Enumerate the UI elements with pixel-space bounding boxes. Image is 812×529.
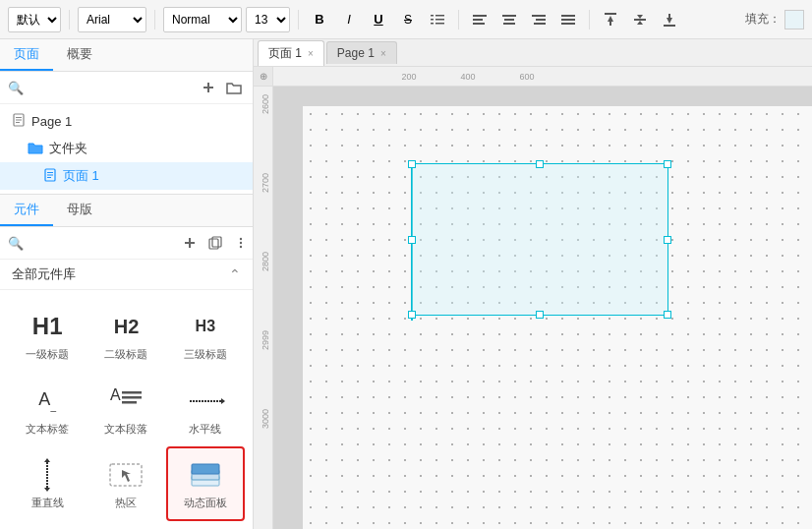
comp-item-h3[interactable]: H3 三级标题 [166,298,245,373]
canvas-scroll[interactable] [273,87,812,529]
comp-label-hline: 水平线 [189,422,221,437]
comp-label-vline: 重直线 [31,496,64,510]
fill-color-picker[interactable] [784,10,804,29]
handle-top-middle[interactable] [536,160,544,168]
svg-rect-21 [634,19,646,21]
handle-top-right[interactable] [664,160,671,168]
comp-copy-button[interactable] [204,232,226,254]
comp-icon-h3: H3 [181,308,230,345]
svg-point-42 [240,242,242,244]
svg-rect-12 [532,15,546,17]
active-page-icon [43,168,57,185]
canvas-tab-page1-active[interactable]: 页面 1 × [258,40,324,66]
ruler-tick-2600: 2600 [260,94,270,114]
svg-marker-23 [637,21,643,25]
svg-marker-49 [221,398,225,404]
comp-label-hotspot: 热区 [115,496,137,510]
comp-search-icon: 🔍 [8,236,24,251]
comp-search-bar: 🔍 [0,227,253,260]
comp-icon-dynamic-panel [181,456,230,494]
svg-rect-14 [534,23,546,25]
comp-item-text-para[interactable]: A 文本段落 [87,373,165,447]
tab-elements[interactable]: 元件 [0,195,53,226]
list-button[interactable] [425,7,450,32]
comp-item-h2[interactable]: H2 二级标题 [87,298,165,373]
strikethrough-button[interactable]: S [395,7,421,32]
svg-rect-47 [122,401,137,404]
comp-search-actions [179,232,252,254]
canvas-ruler-area: ⊕ 2600 2700 2800 2999 3 [254,67,812,529]
folder-label: 文件夹 [49,140,87,157]
align-left-button[interactable] [467,7,493,32]
comp-item-vline[interactable]: 重直线 [8,446,87,521]
page-label: Page 1 [31,114,72,129]
svg-rect-3 [435,15,444,17]
svg-point-41 [240,238,242,240]
toolbar-divider-3 [298,10,299,29]
comp-item-dynamic-panel[interactable]: 动态面板 [166,446,245,521]
valign-middle-button[interactable] [627,7,653,32]
handle-bottom-middle[interactable] [536,311,544,319]
comp-add-button[interactable] [179,232,201,254]
pages-section: 页面 概要 🔍 [0,39,253,195]
comp-item-hline[interactable]: 水平线 [166,373,245,447]
svg-rect-32 [16,122,20,123]
handle-bottom-left[interactable] [408,311,416,319]
svg-rect-17 [561,23,575,25]
canvas-tab-label: Page 1 [337,46,375,60]
comp-item-hotspot[interactable]: 热区 [87,446,165,521]
svg-rect-1 [431,19,434,21]
font-style-select[interactable]: 默认 [8,7,61,32]
tab-masters[interactable]: 母版 [53,195,106,226]
tab-outline[interactable]: 概要 [53,39,106,71]
tab-pages[interactable]: 页面 [0,39,53,71]
handle-bottom-right[interactable] [664,311,671,319]
main-content: 页面 概要 🔍 [0,39,812,529]
bold-button[interactable]: B [307,7,332,32]
canvas-selection-box[interactable] [411,163,668,316]
ruler-tick-600: 600 [497,72,556,82]
comp-item-text-label[interactable]: A_ 文本标签 [8,373,87,447]
underline-button[interactable]: U [366,7,391,32]
handle-middle-left[interactable] [408,236,416,244]
svg-rect-11 [503,23,515,25]
align-center-button[interactable] [496,7,522,32]
page-item-page1[interactable]: Page 1 [0,108,253,135]
italic-button[interactable]: I [336,7,362,32]
folder-button[interactable] [223,77,245,98]
comp-item-h1[interactable]: H1 一级标题 [8,298,87,373]
svg-marker-51 [44,458,50,462]
svg-rect-15 [561,15,575,17]
library-expand-icon[interactable]: ⌃ [229,266,241,282]
canvas-tab-close-active[interactable]: × [308,48,314,59]
font-family-select[interactable]: Arial [78,7,146,32]
svg-point-43 [240,246,242,248]
comp-more-button[interactable] [230,232,252,254]
pages-search-input[interactable] [28,81,194,94]
canvas-tab-page1[interactable]: Page 1 × [326,41,397,64]
align-justify-button[interactable] [555,7,581,32]
comp-label-text-label: 文本标签 [26,422,69,437]
ruler-ticks-horizontal: 200 400 600 [281,72,556,82]
svg-rect-46 [122,396,142,399]
align-right-button[interactable] [526,7,551,32]
svg-rect-28 [203,87,213,88]
handle-top-left[interactable] [408,160,416,168]
ruler-tick-2900: 2999 [260,330,270,350]
canvas-tab-close[interactable]: × [380,48,386,59]
ruler-tick-2800: 2800 [260,252,270,271]
handle-middle-right[interactable] [664,236,671,244]
canvas-tabs: 页面 1 × Page 1 × [254,39,812,67]
valign-bottom-button[interactable] [657,7,682,32]
page-item-folder[interactable]: 文件夹 [0,135,253,162]
add-page-button[interactable] [198,77,219,98]
ruler-corner-icon: ⊕ [260,71,267,82]
pages-search-bar: 🔍 [0,72,253,104]
page-item-page-active[interactable]: 页面 1 [0,162,253,190]
text-style-select[interactable]: Normal [163,7,242,32]
font-size-select[interactable]: 13 [246,7,290,32]
svg-rect-13 [536,19,546,21]
valign-top-button[interactable] [598,7,623,32]
comp-search-input[interactable] [28,236,175,250]
pages-tab-bar: 页面 概要 [0,39,253,72]
